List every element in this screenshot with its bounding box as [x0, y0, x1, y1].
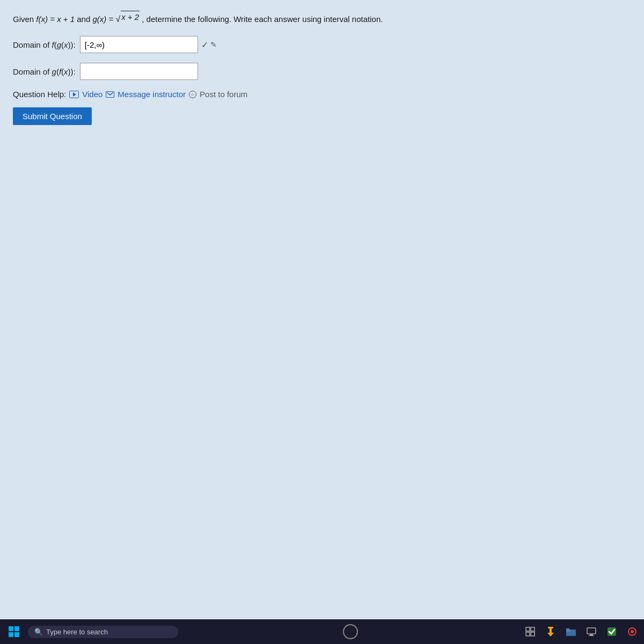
domain1-input[interactable]: [-2,∞) — [80, 36, 198, 53]
svg-marker-10 — [547, 633, 554, 636]
mail-icon — [106, 91, 114, 98]
svg-rect-16 — [589, 635, 594, 636]
check-icon: ✓ — [201, 40, 208, 50]
taskbar-icon-display[interactable] — [584, 624, 599, 639]
start-button[interactable] — [4, 622, 24, 641]
taskbar-icon-folder[interactable] — [564, 624, 579, 639]
taskbar: 🔍 Type here to search — [0, 619, 644, 644]
taskbar-icon-circle[interactable] — [625, 624, 640, 639]
f-definition: f(x) = x + 1 — [36, 14, 75, 24]
taskbar-center — [182, 624, 518, 639]
problem-text-part3: , determine the following. Write each an… — [142, 14, 383, 24]
domain1-label: Domain of f(g(x)): — [13, 40, 76, 49]
svg-rect-15 — [590, 634, 593, 635]
svg-rect-6 — [526, 632, 530, 636]
svg-rect-5 — [531, 627, 535, 631]
svg-rect-3 — [14, 632, 19, 637]
domain1-row: Domain of f(g(x)): [-2,∞) ✓ ✎ — [13, 36, 631, 53]
taskbar-search-text: Type here to search — [46, 628, 108, 636]
main-content: Given f(x) = x + 1 and g(x) = √x + 2 , d… — [0, 0, 644, 619]
message-instructor-link[interactable]: Message instructor — [106, 90, 186, 99]
svg-rect-2 — [9, 632, 13, 637]
taskbar-icon-pin[interactable] — [543, 624, 558, 639]
svg-rect-8 — [548, 627, 553, 628]
taskbar-icon-checkmark[interactable] — [604, 624, 619, 639]
post-to-forum-link[interactable]: ○ Post to forum — [189, 90, 247, 99]
cortana-button[interactable] — [343, 624, 358, 639]
play-triangle — [73, 92, 76, 97]
svg-point-19 — [631, 630, 634, 633]
domain2-input[interactable] — [80, 63, 198, 80]
taskbar-search-icon: 🔍 — [34, 628, 43, 636]
svg-rect-9 — [550, 628, 552, 633]
domain2-label: Domain of g(f(x)): — [13, 67, 76, 76]
svg-rect-4 — [526, 627, 530, 631]
forum-icon: ○ — [189, 91, 196, 98]
submit-question-button[interactable]: Submit Question — [13, 107, 92, 125]
taskbar-icon-1[interactable] — [523, 624, 538, 639]
domain2-row: Domain of g(f(x)): — [13, 63, 631, 80]
domain1-input-wrapper: [-2,∞) ✓ ✎ — [80, 36, 217, 53]
svg-rect-7 — [531, 632, 535, 636]
svg-rect-14 — [587, 628, 596, 634]
post-to-forum-label: Post to forum — [200, 90, 247, 99]
domain2-input-wrapper — [80, 63, 198, 80]
video-label: Video — [82, 90, 103, 99]
taskbar-system-icons — [523, 624, 640, 639]
problem-text-part2: and — [75, 14, 92, 24]
message-instructor-label: Message instructor — [118, 90, 186, 99]
question-help-row: Question Help: Video Message instructor … — [13, 90, 631, 99]
help-label: Question Help: — [13, 90, 66, 99]
taskbar-search[interactable]: 🔍 Type here to search — [28, 626, 178, 638]
problem-text-part1: Given — [13, 14, 36, 24]
svg-rect-13 — [566, 628, 569, 630]
svg-rect-0 — [9, 626, 13, 631]
video-link[interactable]: Video — [69, 90, 103, 99]
video-icon — [69, 91, 79, 98]
edit-icon: ✎ — [210, 40, 217, 49]
g-definition: g(x) = √x + 2 — [92, 14, 142, 24]
svg-rect-1 — [14, 626, 19, 631]
problem-statement: Given f(x) = x + 1 and g(x) = √x + 2 , d… — [13, 11, 631, 25]
